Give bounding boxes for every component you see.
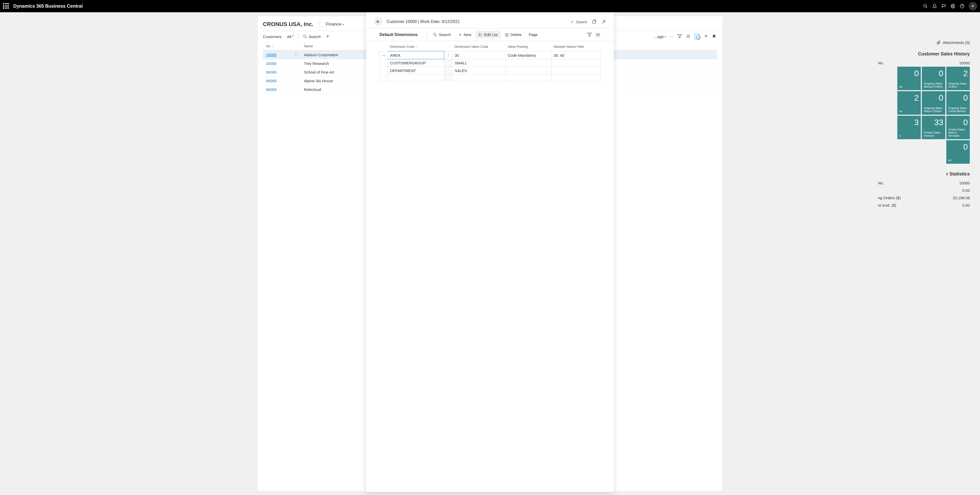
dimension-row[interactable]: [380, 75, 600, 81]
svg-point-31: [597, 35, 597, 35]
col-value-posting[interactable]: Value Posting: [506, 42, 552, 51]
row-more-icon[interactable]: [444, 75, 452, 81]
toolbar-search-button[interactable]: Search: [430, 31, 454, 38]
help-icon[interactable]: [959, 3, 965, 9]
modal-overlay: Customer 10000 | Work Date: 4/12/2021 Sa…: [0, 12, 980, 495]
svg-marker-26: [588, 33, 592, 37]
app-launcher-icon[interactable]: [3, 3, 9, 9]
bell-icon[interactable]: [932, 3, 937, 9]
search-icon[interactable]: [923, 3, 928, 9]
allowed-values-cell[interactable]: [552, 75, 600, 81]
svg-point-2: [953, 6, 954, 7]
row-arrow-icon[interactable]: →: [380, 51, 388, 59]
row-arrow-icon[interactable]: [380, 67, 388, 75]
col-dim-code[interactable]: Dimension Code ↑: [388, 42, 444, 51]
svg-line-1: [926, 6, 927, 8]
allowed-values-cell[interactable]: 30..40: [552, 51, 600, 59]
svg-rect-17: [593, 21, 595, 24]
dimension-row[interactable]: → AREA ⋮ 30 Code Mandatory 30..40: [380, 51, 600, 59]
dim-code-cell[interactable]: CUSTOMERGROUP: [388, 59, 444, 67]
value-posting-cell[interactable]: [506, 67, 552, 75]
toolbar-edit-list-button[interactable]: Edit List: [476, 31, 501, 38]
top-bar: Dynamics 365 Business Central IK: [0, 0, 980, 12]
svg-point-30: [597, 33, 597, 34]
allowed-values-cell[interactable]: [552, 59, 600, 67]
section-title: Default Dimensions: [380, 32, 417, 37]
dimensions-table: Dimension Code ↑ Dimension Value Code Va…: [380, 42, 600, 81]
dim-code-cell[interactable]: AREA: [388, 51, 444, 59]
dim-value-cell[interactable]: SALES: [452, 67, 506, 75]
dim-code-cell[interactable]: [388, 75, 444, 81]
value-posting-cell[interactable]: [506, 75, 552, 81]
toolbar-list-icon[interactable]: [596, 32, 600, 37]
svg-point-18: [434, 33, 436, 35]
toolbar-delete-button[interactable]: Delete: [502, 31, 525, 38]
col-dim-value[interactable]: Dimension Value Code: [452, 42, 506, 51]
svg-line-19: [436, 35, 437, 36]
new-window-icon[interactable]: [592, 19, 597, 24]
dim-value-cell[interactable]: SMALL: [452, 59, 506, 67]
row-more-icon[interactable]: [444, 67, 452, 75]
toolbar-page-button[interactable]: Page: [526, 31, 541, 38]
allowed-values-cell[interactable]: [552, 67, 600, 75]
row-more-icon[interactable]: [444, 59, 452, 67]
svg-rect-23: [479, 35, 480, 36]
dim-code-cell[interactable]: DEPARTMENT: [388, 67, 444, 75]
svg-point-32: [597, 35, 597, 36]
dimension-row[interactable]: CUSTOMERGROUP SMALL: [380, 59, 600, 67]
saved-indicator: Saved: [570, 20, 587, 24]
default-dimensions-dialog: Customer 10000 | Work Date: 4/12/2021 Sa…: [366, 12, 614, 492]
svg-point-0: [924, 4, 926, 7]
col-allowed[interactable]: Allowed Values Filter: [552, 42, 600, 51]
dim-value-cell[interactable]: 30: [452, 51, 506, 59]
expand-icon[interactable]: [601, 19, 606, 24]
toolbar-filter-icon[interactable]: [587, 32, 592, 37]
row-arrow-icon[interactable]: [380, 75, 388, 81]
value-posting-cell[interactable]: [506, 59, 552, 67]
dimension-row[interactable]: DEPARTMENT SALES: [380, 67, 600, 75]
value-posting-cell[interactable]: Code Mandatory: [506, 51, 552, 59]
user-avatar[interactable]: IK: [969, 2, 977, 10]
dialog-title: Customer 10000 | Work Date: 4/12/2021: [387, 19, 460, 24]
svg-rect-22: [479, 34, 480, 34]
app-title: Dynamics 365 Business Central: [13, 3, 83, 9]
flag-icon[interactable]: [941, 3, 946, 9]
dim-value-cell[interactable]: [452, 75, 506, 81]
toolbar-new-button[interactable]: New: [455, 31, 474, 38]
row-more-icon[interactable]: ⋮: [444, 51, 452, 59]
row-arrow-icon[interactable]: [380, 59, 388, 67]
gear-icon[interactable]: [950, 3, 956, 9]
back-button[interactable]: [374, 18, 383, 26]
